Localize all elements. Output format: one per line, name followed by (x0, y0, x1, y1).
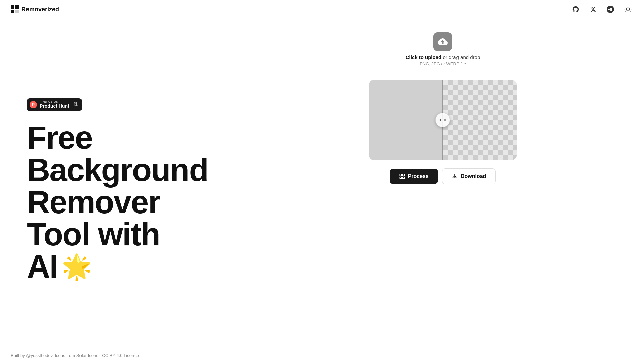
footer: Built by @yossthedev. Icons from Solar I… (0, 349, 644, 362)
hero-line-3: Remover (27, 186, 228, 218)
header: Removerized (0, 0, 644, 19)
product-hunt-badge[interactable]: P FIND US ON Product Hunt ⇅ (27, 98, 82, 111)
upload-area[interactable]: Click to upload or drag and drop PNG, JP… (369, 25, 517, 73)
telegram-button[interactable] (605, 4, 616, 15)
slider-arrows-icon (439, 117, 446, 123)
upload-text: Click to upload or drag and drop (406, 54, 480, 60)
left-panel: P FIND US ON Product Hunt ⇅ Free Backgro… (0, 19, 255, 362)
github-icon (572, 6, 579, 13)
svg-line-8 (630, 11, 630, 12)
product-hunt-name: Product Hunt (40, 103, 69, 109)
twitter-button[interactable] (588, 4, 598, 15)
theme-toggle-button[interactable] (623, 4, 633, 15)
product-hunt-text: FIND US ON Product Hunt (40, 100, 69, 109)
preview-original (369, 80, 443, 160)
svg-line-11 (626, 11, 626, 12)
right-panel: Click to upload or drag and drop PNG, JP… (255, 19, 644, 362)
svg-line-12 (630, 7, 630, 7)
svg-point-4 (626, 8, 629, 11)
svg-rect-1 (15, 5, 19, 9)
logo[interactable]: Removerized (11, 5, 59, 13)
hero-title: Free Background Remover Tool with AI 🌟 (27, 122, 228, 283)
main-content: P FIND US ON Product Hunt ⇅ Free Backgro… (0, 0, 644, 362)
process-icon (399, 173, 405, 179)
hero-line-4: Tool with (27, 218, 228, 250)
svg-rect-15 (400, 177, 401, 179)
download-icon (452, 173, 458, 179)
preview-container (369, 80, 517, 160)
upload-cloud-icon (438, 37, 448, 47)
action-buttons: Process Download (390, 168, 496, 184)
slider-handle[interactable] (435, 113, 450, 127)
github-button[interactable] (570, 4, 581, 15)
product-hunt-find-us: FIND US ON (40, 100, 69, 103)
upload-icon-wrapper (433, 32, 452, 51)
theme-icon (624, 6, 632, 13)
process-button[interactable]: Process (390, 169, 438, 184)
product-hunt-arrow: ⇅ (73, 101, 78, 108)
svg-rect-16 (402, 177, 404, 179)
logo-text: Removerized (21, 6, 59, 13)
svg-rect-2 (11, 10, 14, 13)
product-hunt-icon: P (30, 101, 37, 108)
download-button[interactable]: Download (442, 168, 496, 184)
svg-rect-3 (15, 10, 19, 13)
hero-line-5: AI 🌟 (27, 250, 228, 283)
upload-subtext: PNG, JPG or WEBP file (420, 61, 466, 66)
star-emoji: 🌟 (62, 254, 91, 279)
svg-rect-13 (400, 174, 401, 176)
hero-line-2: Background (27, 154, 228, 186)
footer-text: Built by @yossthedev. Icons from Solar I… (11, 353, 139, 358)
svg-line-7 (626, 7, 626, 7)
logo-icon (11, 5, 19, 13)
hero-line-1: Free (27, 122, 228, 154)
preview-processed (443, 80, 517, 160)
svg-rect-14 (402, 174, 404, 176)
telegram-icon (607, 6, 614, 13)
x-twitter-icon (590, 6, 596, 13)
svg-rect-0 (11, 5, 14, 9)
nav-icons (570, 4, 633, 15)
